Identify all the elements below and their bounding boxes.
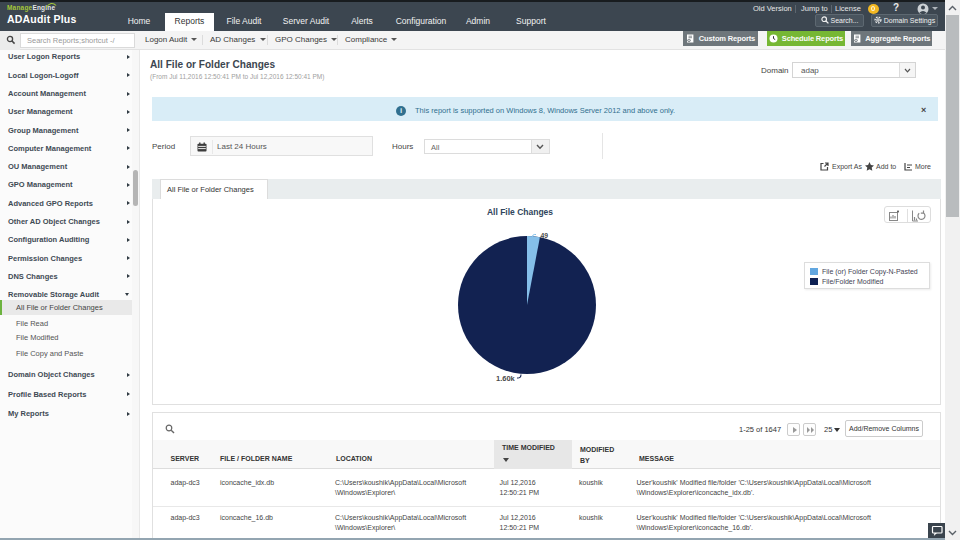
svg-text:1.60k: 1.60k (496, 374, 516, 383)
svg-text:49: 49 (541, 232, 549, 239)
